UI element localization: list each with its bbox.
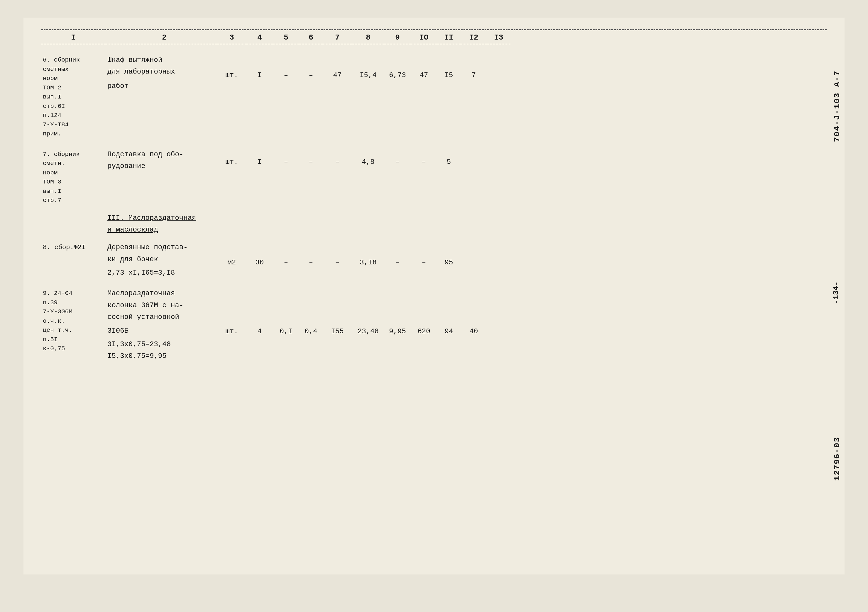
row6-col6: –: [299, 70, 323, 81]
row8-desc-1: Деревянные подстав-: [105, 241, 217, 253]
row8-col6: –: [299, 257, 323, 269]
row9-col12: 40: [460, 326, 487, 337]
row9-desc: Маслораздаточная колонка 367М с на- сосн…: [105, 287, 217, 362]
header-col-3: 3: [217, 33, 246, 44]
header-col-13: I3: [487, 33, 510, 44]
row9-col13: [487, 326, 510, 328]
row6-col12: 7: [460, 70, 487, 81]
header-col-7: 7: [323, 33, 352, 44]
row6-col4: I: [246, 70, 273, 81]
row7-col7: –: [323, 156, 352, 168]
content-area: 6. сборник сметных норм ТОМ 2 вып.I стр.…: [41, 54, 827, 362]
side-label-middle: -134-: [832, 281, 840, 304]
row9-col11: 94: [437, 326, 460, 337]
row7-col10: –: [411, 156, 437, 168]
header-col-12: I2: [460, 33, 487, 44]
page-container: 704-J-103 А-7 I 2 3 4 5 6 7 8 9 IO II I2…: [23, 18, 845, 575]
row8-col8: 3,I8: [352, 257, 384, 269]
row6-desc-2: для лабораторных: [105, 66, 217, 78]
row7-col5: –: [273, 156, 299, 168]
row9-col10: 620: [411, 326, 437, 337]
section3-label-2: и маслосклад: [105, 224, 217, 236]
row6-unit: шт.: [217, 70, 246, 81]
row9-col5: 0,I: [273, 326, 299, 337]
row-9: 9. 24-04 п.39 7-У-306М о.ч.к. цен т.ч. п…: [41, 287, 827, 362]
row6-col8: I5,4: [352, 70, 384, 81]
row8-col9: –: [384, 257, 411, 269]
row7-col11: 5: [437, 156, 460, 168]
header-col-10: IO: [411, 33, 437, 44]
row9-col4: 4: [246, 326, 273, 337]
header-col-2: 2: [105, 33, 217, 44]
row6-col7: 47: [323, 70, 352, 81]
row7-unit: шт.: [217, 156, 246, 168]
row8-ref: 8. сбор.№2I: [41, 241, 105, 253]
row9-unit: шт.: [217, 326, 246, 337]
row6-desc-1: Шкаф вытяжной: [105, 54, 217, 66]
row9-col6: 0,4: [299, 326, 323, 337]
row7-desc: Подставка под обо- рудование: [105, 148, 217, 172]
section3-label: III. Маслораздаточная и маслосклад: [105, 212, 217, 236]
row7-col9: –: [384, 156, 411, 168]
row9-ref: 9. 24-04 п.39 7-У-306М о.ч.к. цен т.ч. п…: [41, 287, 105, 355]
row9-col7: I55: [323, 326, 352, 337]
row9-desc-3: сосной установкой: [105, 311, 217, 323]
row8-col11: 95: [437, 257, 460, 269]
right-label-top: 704-J-103 А-7: [832, 70, 842, 142]
row-7: 7. сборник сметн. норм ТОМ 3 вып.I стр.7…: [41, 148, 827, 206]
row8-col4: 30: [246, 257, 273, 269]
row8-unit: м2: [217, 257, 246, 269]
row9-desc-1: Маслораздаточная: [105, 287, 217, 299]
row7-ref: 7. сборник сметн. норм ТОМ 3 вып.I стр.7: [41, 148, 105, 206]
header-col-11: II: [437, 33, 460, 44]
row9-desc-5: 3I,3х0,75=23,48: [105, 338, 217, 350]
row9-desc-4: 3I06Б: [105, 325, 217, 337]
row8-desc: Деревянные подстав- ки для бочек 2,73 хI…: [105, 241, 217, 279]
header-col-4: 4: [246, 33, 273, 44]
row8-col12: [460, 257, 487, 259]
row-8: 8. сбор.№2I Деревянные подстав- ки для б…: [41, 241, 827, 279]
row6-col9: 6,73: [384, 70, 411, 81]
header-col-1: I: [41, 33, 105, 44]
section3-header: III. Маслораздаточная и маслосклад: [41, 212, 827, 236]
row6-col13: [487, 70, 510, 72]
header-col-8: 8: [352, 33, 384, 44]
row6-col5: –: [273, 70, 299, 81]
row7-col13: [487, 156, 510, 159]
row6-ref: 6. сборник сметных норм ТОМ 2 вып.I стр.…: [41, 54, 105, 140]
row8-col13: [487, 257, 510, 259]
row7-col4: I: [246, 156, 273, 168]
row7-col6: –: [299, 156, 323, 168]
header-row: I 2 3 4 5 6 7 8 9 IO II I2 I3: [41, 29, 827, 45]
row8-col10: –: [411, 257, 437, 269]
row8-desc-3: 2,73 хI,I65=3,I8: [105, 267, 217, 279]
row7-col12: [460, 156, 487, 159]
row7-desc-2: рудование: [105, 160, 217, 172]
header-col-6: 6: [299, 33, 323, 44]
section3-label-1: III. Маслораздаточная: [105, 212, 217, 224]
row8-col5: –: [273, 257, 299, 269]
row9-col9: 9,95: [384, 326, 411, 337]
row6-desc-3: работ: [105, 80, 217, 92]
row9-desc-2: колонка 367М с на-: [105, 300, 217, 311]
right-label-bottom: 12796-03: [832, 437, 842, 481]
row9-col8: 23,48: [352, 326, 384, 337]
row6-col11: I5: [437, 70, 460, 81]
row8-desc-2: ки для бочек: [105, 253, 217, 265]
row6-col10: 47: [411, 70, 437, 81]
header-col-9: 9: [384, 33, 411, 44]
row8-col7: –: [323, 257, 352, 269]
row7-desc-1: Подставка под обо-: [105, 148, 217, 160]
row9-desc-6: I5,3х0,75=9,95: [105, 350, 217, 362]
row6-desc: Шкаф вытяжной для лабораторных работ: [105, 54, 217, 92]
row-6: 6. сборник сметных норм ТОМ 2 вып.I стр.…: [41, 54, 827, 140]
header-col-5: 5: [273, 33, 299, 44]
row7-col8: 4,8: [352, 156, 384, 168]
